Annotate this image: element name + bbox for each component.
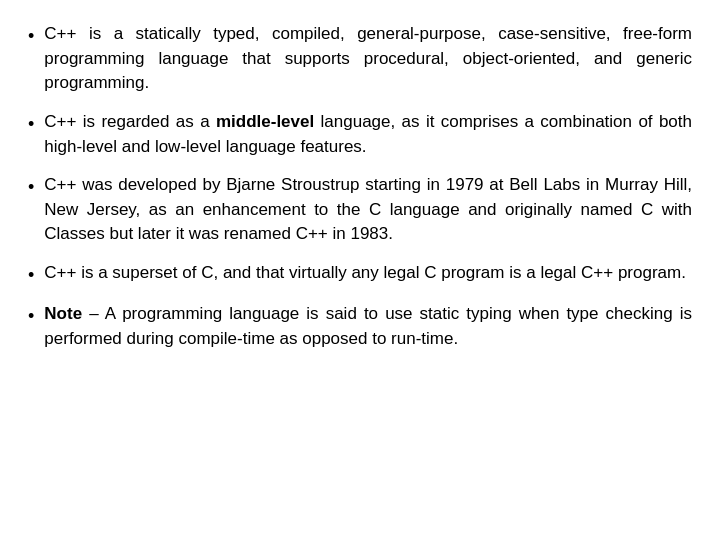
bullet-symbol: • (28, 262, 34, 288)
list-item: • C++ is a statically typed, compiled, g… (28, 22, 692, 96)
list-item: • Note – A programming language is said … (28, 302, 692, 351)
list-item: • C++ was developed by Bjarne Stroustrup… (28, 173, 692, 247)
bullet-symbol: • (28, 23, 34, 49)
content-area: • C++ is a statically typed, compiled, g… (0, 0, 720, 540)
list-item: • C++ is regarded as a middle-level lang… (28, 110, 692, 159)
bullet-symbol: • (28, 111, 34, 137)
bullet-text-1: C++ is a statically typed, compiled, gen… (44, 22, 692, 96)
bullet-text-4: C++ is a superset of C, and that virtual… (44, 261, 692, 286)
bullet-symbol: • (28, 303, 34, 329)
bullet-text-2: C++ is regarded as a middle-level langua… (44, 110, 692, 159)
bullet-text-5: Note – A programming language is said to… (44, 302, 692, 351)
bullet-symbol: • (28, 174, 34, 200)
bold-note: Note (44, 304, 82, 323)
bold-text: middle-level (216, 112, 314, 131)
bullet-list: • C++ is a statically typed, compiled, g… (28, 22, 692, 352)
list-item: • C++ is a superset of C, and that virtu… (28, 261, 692, 288)
bullet-text-3: C++ was developed by Bjarne Stroustrup s… (44, 173, 692, 247)
